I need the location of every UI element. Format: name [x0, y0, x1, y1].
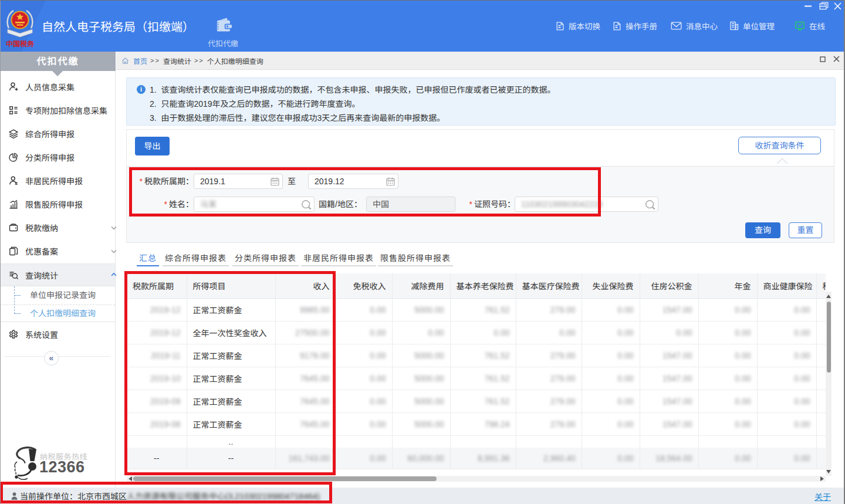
svg-text:中国税务: 中国税务	[6, 38, 35, 48]
